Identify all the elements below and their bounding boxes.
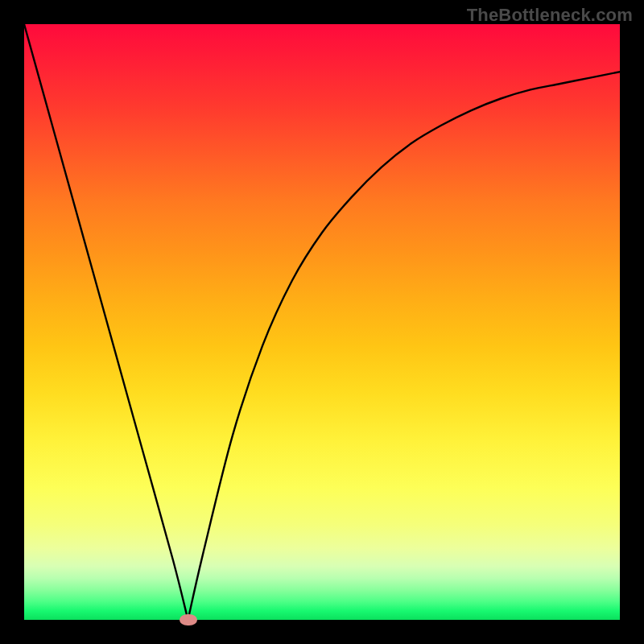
chart-frame: TheBottleneck.com [0,0,644,644]
watermark-text: TheBottleneck.com [467,5,633,26]
minimum-marker [180,614,197,625]
curve-svg [24,24,620,620]
plot-area [24,24,620,620]
bottleneck-curve-path [24,24,620,620]
